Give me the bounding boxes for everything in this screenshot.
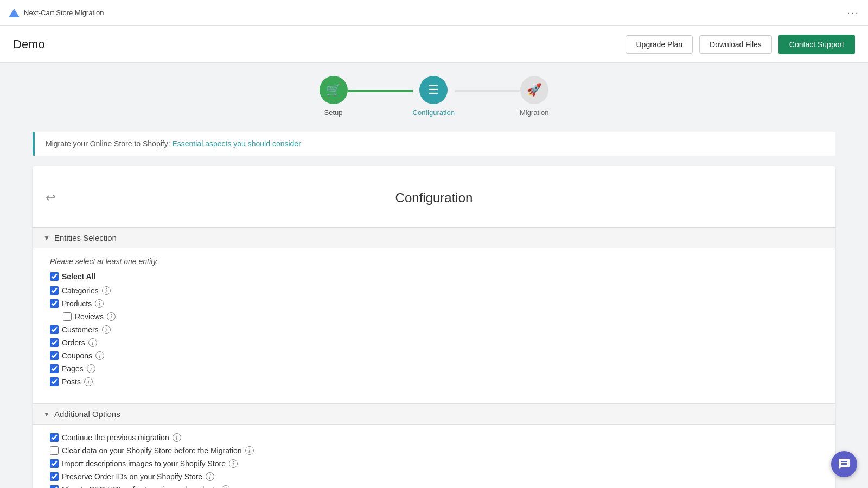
step-configuration: ☰ Configuration <box>413 76 455 117</box>
coupons-checkbox[interactable] <box>50 351 59 360</box>
clear-data-row: Clear data on your Shopify Store before … <box>50 446 818 455</box>
header-actions: Upgrade Plan Download Files Contact Supp… <box>626 35 855 54</box>
top-bar: Next-Cart Store Migration ··· <box>0 0 868 26</box>
step-configuration-circle: ☰ <box>419 76 448 104</box>
categories-row: Categories i <box>50 286 818 295</box>
migrate-seo-info-icon[interactable]: i <box>221 485 230 488</box>
customers-info-icon[interactable]: i <box>102 325 111 334</box>
continue-previous-label: Continue the previous migration <box>62 433 169 442</box>
migrate-seo-row: Migrate SEO URLs of categories and produ… <box>50 485 818 488</box>
pages-row: Pages i <box>50 364 818 373</box>
continue-previous-row: Continue the previous migration i <box>50 433 818 442</box>
step-migration-label: Migration <box>520 108 548 117</box>
upgrade-plan-button[interactable]: Upgrade Plan <box>626 35 693 54</box>
stepper: 🛒 Setup ☰ Configuration 🚀 Migration <box>33 76 835 117</box>
pages-checkbox[interactable] <box>50 364 59 373</box>
reviews-label: Reviews <box>75 312 104 321</box>
orders-label: Orders <box>62 338 85 347</box>
preserve-order-ids-row: Preserve Order IDs on your Shopify Store… <box>50 472 818 481</box>
import-descriptions-label: Import descriptions images to your Shopi… <box>62 459 226 468</box>
coupons-info-icon[interactable]: i <box>95 351 104 360</box>
categories-label: Categories <box>62 286 99 295</box>
contact-support-button[interactable]: Contact Support <box>778 35 855 54</box>
reviews-checkbox[interactable] <box>63 312 72 321</box>
posts-label: Posts <box>62 377 81 386</box>
continue-previous-info-icon[interactable]: i <box>173 433 181 442</box>
step-setup-circle: 🛒 <box>320 76 348 104</box>
reviews-info-icon[interactable]: i <box>107 312 116 321</box>
categories-info-icon[interactable]: i <box>102 286 111 295</box>
import-descriptions-info-icon[interactable]: i <box>229 459 238 468</box>
step-setup: 🛒 Setup <box>320 76 348 117</box>
header: Demo Upgrade Plan Download Files Contact… <box>0 26 868 63</box>
orders-info-icon[interactable]: i <box>88 338 97 347</box>
migrate-seo-label: Migrate SEO URLs of categories and produ… <box>62 485 218 488</box>
additional-chevron-icon: ▼ <box>43 410 50 418</box>
preserve-order-ids-label: Preserve Order IDs on your Shopify Store <box>62 472 202 481</box>
connector-2 <box>455 90 520 92</box>
products-checkbox[interactable] <box>50 299 59 308</box>
migrate-seo-checkbox[interactable] <box>50 485 59 488</box>
additional-section-label: Additional Options <box>54 409 120 419</box>
entities-section-body: Please select at least one entity. Selec… <box>33 248 835 403</box>
app-logo-icon <box>9 8 20 18</box>
info-banner-text: Migrate your Online Store to Shopify: <box>46 139 172 148</box>
continue-previous-checkbox[interactable] <box>50 433 59 442</box>
back-button[interactable]: ↩ <box>46 191 55 205</box>
orders-row: Orders i <box>50 338 818 347</box>
coupons-label: Coupons <box>62 351 92 360</box>
info-banner-link[interactable]: Essential aspects you should consider <box>172 139 301 148</box>
customers-row: Customers i <box>50 325 818 334</box>
step-migration-circle: 🚀 <box>520 76 548 104</box>
customers-checkbox[interactable] <box>50 325 59 334</box>
step-migration: 🚀 Migration <box>520 76 548 117</box>
entities-section-header: ▼ Entities Selection <box>33 227 835 248</box>
svg-marker-0 <box>9 9 20 17</box>
config-title-wrap: ↩ Configuration <box>33 166 835 227</box>
entities-section-label: Entities Selection <box>54 233 117 242</box>
pages-info-icon[interactable]: i <box>87 364 95 373</box>
reviews-row: Reviews i <box>63 312 818 321</box>
products-row: Products i <box>50 299 818 308</box>
categories-checkbox[interactable] <box>50 286 59 295</box>
config-card: ↩ Configuration ▼ Entities Selection Ple… <box>33 166 835 488</box>
info-banner: Migrate your Online Store to Shopify: Es… <box>33 132 835 156</box>
orders-checkbox[interactable] <box>50 338 59 347</box>
page-title: Demo <box>13 37 626 52</box>
main-content: 🛒 Setup ☰ Configuration 🚀 Migration Migr… <box>0 63 868 488</box>
entities-chevron-icon: ▼ <box>43 234 50 242</box>
customers-label: Customers <box>62 325 99 334</box>
app-logo: Next-Cart Store Migration <box>9 8 104 18</box>
coupons-row: Coupons i <box>50 351 818 360</box>
step-setup-label: Setup <box>324 108 343 117</box>
select-all-checkbox[interactable] <box>50 272 59 281</box>
chat-icon <box>838 458 851 471</box>
preserve-order-ids-info-icon[interactable]: i <box>206 472 214 481</box>
preserve-order-ids-checkbox[interactable] <box>50 472 59 481</box>
clear-data-label: Clear data on your Shopify Store before … <box>62 446 242 455</box>
more-options-button[interactable]: ··· <box>847 7 859 19</box>
chat-bubble[interactable] <box>831 451 857 477</box>
additional-section-header: ▼ Additional Options <box>33 403 835 425</box>
select-all-row: Select All <box>50 272 818 281</box>
import-descriptions-row: Import descriptions images to your Shopi… <box>50 459 818 468</box>
import-descriptions-checkbox[interactable] <box>50 459 59 468</box>
posts-row: Posts i <box>50 377 818 386</box>
clear-data-info-icon[interactable]: i <box>245 446 254 455</box>
products-info-icon[interactable]: i <box>95 299 104 308</box>
posts-info-icon[interactable]: i <box>84 377 93 386</box>
download-files-button[interactable]: Download Files <box>699 35 772 54</box>
posts-checkbox[interactable] <box>50 377 59 386</box>
config-title: Configuration <box>382 177 486 219</box>
clear-data-checkbox[interactable] <box>50 446 59 455</box>
connector-1 <box>348 90 413 92</box>
entities-instruction: Please select at least one entity. <box>50 257 818 266</box>
app-title: Next-Cart Store Migration <box>24 9 104 17</box>
step-configuration-label: Configuration <box>413 108 455 117</box>
select-all-label[interactable]: Select All <box>62 272 96 281</box>
pages-label: Pages <box>62 364 84 373</box>
additional-section-body: Continue the previous migration i Clear … <box>33 425 835 488</box>
products-label: Products <box>62 299 92 308</box>
